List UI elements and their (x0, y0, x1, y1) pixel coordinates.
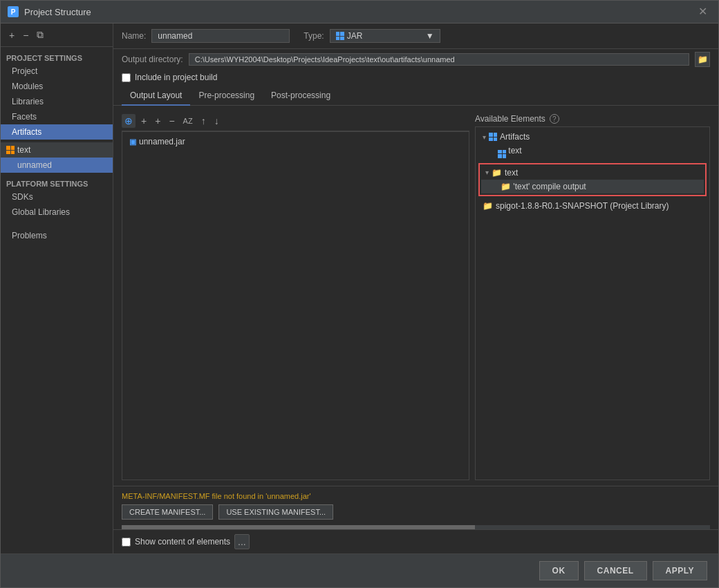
dialog-footer: OK CANCEL APPLY (1, 553, 718, 587)
bottom-check-row: Show content of elements ... (113, 529, 718, 553)
close-button[interactable]: ✕ (694, 5, 711, 19)
platform-settings-section: Platform Settings SDKs Global Libraries (1, 173, 113, 222)
libraries-label: Libraries (12, 97, 44, 106)
help-icon[interactable]: ? (550, 114, 559, 124)
dialog-title: Project Structure (24, 7, 91, 17)
sidebar-item-modules[interactable]: Modules (1, 79, 113, 94)
output-dir-browse-button[interactable]: 📁 (695, 52, 710, 67)
sidebar-add-button[interactable]: + (6, 28, 17, 42)
problems-label: Problems (12, 231, 47, 240)
available-tree: ▾ Artifacts (475, 126, 710, 480)
add-file-button[interactable]: + (138, 114, 149, 128)
text-artifact-label: text (508, 146, 521, 155)
warning-buttons: CREATE MANIFEST... USE EXISTING MANIFEST… (122, 504, 710, 520)
sidebar-item-problems[interactable]: Problems (1, 228, 113, 243)
sidebar-item-unnamed[interactable]: unnamed (1, 158, 113, 173)
text-section-highlighted: ▾ 📁 text 📁 'text' compile output (478, 163, 707, 196)
sidebar-item-global-libraries[interactable]: Global Libraries (1, 205, 113, 220)
right-layout: Available Elements ? ▾ (475, 111, 710, 480)
sidebar: + − ⧉ Project Settings Project Modules L… (1, 23, 113, 553)
show-content-label: Show content of elements (135, 537, 230, 547)
spigot-folder-icon: 📁 (483, 201, 493, 211)
move-down-button[interactable]: ↓ (212, 114, 222, 128)
project-settings-section: Project Settings Project Modules Librari… (1, 47, 113, 142)
available-text-compile-output[interactable]: 📁 'text' compile output (481, 180, 704, 193)
artifacts-grid-icon (489, 133, 497, 141)
remove-layout-button[interactable]: − (166, 114, 177, 128)
layout-tree: ▣ unnamed.jar (122, 131, 469, 480)
sidebar-item-facets[interactable]: Facets (1, 109, 113, 124)
tab-post-processing[interactable]: Post-processing (263, 86, 339, 106)
collapse-icon: ▾ (483, 133, 486, 141)
spigot-label: spigot-1.8.8-R0.1-SNAPSHOT (Project Libr… (496, 201, 669, 211)
sort-button[interactable]: AZ (180, 115, 196, 126)
project-structure-dialog: P Project Structure ✕ + − ⧉ Project Sett… (0, 0, 719, 588)
sidebar-item-text-artifact[interactable]: text (1, 142, 113, 158)
tab-output-layout[interactable]: Output Layout (122, 86, 190, 106)
platform-settings-header: Platform Settings (1, 176, 113, 189)
unnamed-label: unnamed (17, 160, 52, 170)
sidebar-item-libraries[interactable]: Libraries (1, 94, 113, 109)
available-spigot-library[interactable]: 📁 spigot-1.8.8-R0.1-SNAPSHOT (Project Li… (478, 199, 707, 213)
available-text-section[interactable]: ▾ 📁 text (481, 166, 704, 180)
add-button[interactable]: + (152, 114, 163, 128)
sidebar-toolbar: + − ⧉ (1, 23, 113, 47)
sidebar-item-project[interactable]: Project (1, 64, 113, 79)
ok-button[interactable]: OK (539, 561, 579, 580)
name-input[interactable]: unnamed (151, 29, 290, 43)
text-artifact-icon (498, 150, 506, 158)
move-up-button[interactable]: ↑ (198, 114, 209, 128)
tree-item-unnamed-jar[interactable]: ▣ unnamed.jar (125, 135, 466, 149)
apply-button[interactable]: APPLY (653, 561, 707, 580)
facets-label: Facets (12, 112, 37, 122)
sidebar-copy-button[interactable]: ⧉ (34, 28, 46, 42)
output-dir-input[interactable]: C:\Users\WYH2004\Desktop\Projects\IdeaPr… (189, 53, 689, 66)
sdks-label: SDKs (12, 192, 33, 202)
output-dir-row: Output directory: C:\Users\WYH2004\Deskt… (113, 49, 718, 70)
artifacts-label: Artifacts (12, 127, 41, 137)
show-content-checkbox[interactable] (122, 538, 131, 547)
global-libraries-label: Global Libraries (12, 207, 70, 217)
available-text-artifact[interactable]: text (478, 144, 707, 160)
include-row: Include in project build (113, 70, 718, 85)
output-dir-label: Output directory: (122, 55, 183, 64)
right-panel: Name: unnamed Type: JAR ▼ (113, 23, 718, 553)
artifact-text-label: text (17, 145, 30, 155)
jar-icon: ▣ (129, 137, 136, 146)
layout-area: ⊕ + + − AZ ↑ ↓ ▣ unnamed.jar (113, 106, 718, 486)
title-bar: P Project Structure ✕ (1, 1, 718, 23)
folder-orange-icon: 📁 (492, 168, 502, 178)
warning-area: META-INF/MANIFEST.MF file not found in '… (113, 486, 718, 525)
compile-output-label: 'text' compile output (513, 182, 586, 191)
tab-pre-processing[interactable]: Pre-processing (190, 86, 263, 106)
create-manifest-button[interactable]: CREATE MANIFEST... (122, 504, 213, 520)
available-artifacts-section[interactable]: ▾ Artifacts (478, 130, 707, 144)
modules-label: Modules (12, 82, 43, 91)
warning-text: META-INF/MANIFEST.MF file not found in '… (122, 492, 710, 500)
left-layout: ⊕ + + − AZ ↑ ↓ ▣ unnamed.jar (122, 111, 469, 480)
type-label: Type: (304, 31, 324, 41)
project-settings-header: Project Settings (1, 50, 113, 64)
jar-label: unnamed.jar (139, 137, 185, 146)
name-label: Name: (122, 31, 146, 41)
text-collapse-icon: ▾ (485, 169, 489, 176)
type-value: JAR (347, 31, 363, 41)
artifact-header: Name: unnamed Type: JAR ▼ (113, 23, 718, 49)
type-dropdown-arrow: ▼ (426, 31, 434, 41)
artifact-grid-icon (6, 146, 15, 154)
type-select[interactable]: JAR ▼ (330, 29, 440, 43)
use-existing-manifest-button[interactable]: USE EXISTING MANIFEST... (218, 504, 333, 520)
add-folder-button[interactable]: ⊕ (122, 114, 136, 128)
sidebar-item-artifacts[interactable]: Artifacts (1, 124, 113, 140)
jar-type-icon (336, 32, 344, 40)
cancel-button[interactable]: CANCEL (584, 561, 647, 580)
folder-purple-icon: 📁 (501, 182, 511, 191)
available-elements-label: Available Elements (475, 114, 545, 124)
include-checkbox[interactable] (122, 73, 131, 82)
artifacts-tree-label: Artifacts (500, 132, 530, 142)
sidebar-remove-button[interactable]: − (20, 28, 31, 42)
sidebar-item-sdks[interactable]: SDKs (1, 189, 113, 205)
tabs-row: Output Layout Pre-processing Post-proces… (113, 86, 718, 106)
project-label: Project (12, 66, 37, 76)
ellipsis-button[interactable]: ... (234, 534, 250, 549)
